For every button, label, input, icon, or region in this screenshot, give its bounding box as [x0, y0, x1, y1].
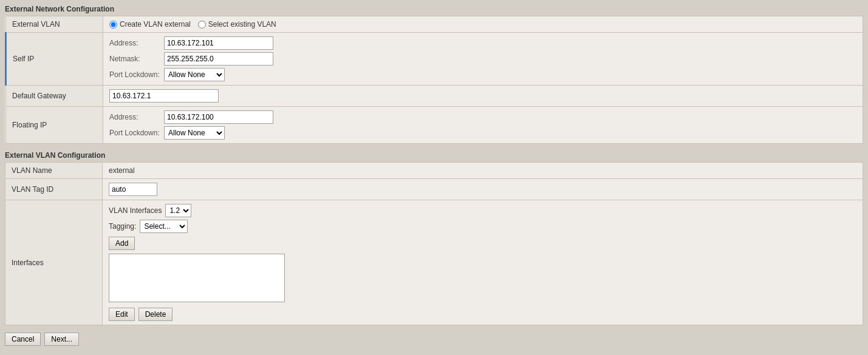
self-ip-label: Self IP [6, 33, 103, 86]
self-ip-netmask-input[interactable] [164, 52, 273, 66]
interfaces-row: Interfaces VLAN Interfaces 1.2 1.1 1.3 T… [5, 200, 863, 325]
vlan-name-row: VLAN Name external [5, 163, 863, 179]
select-vlan-option[interactable]: Select existing VLAN [198, 20, 276, 29]
self-ip-address-input[interactable] [164, 36, 273, 50]
floating-ip-label: Floating IP [6, 107, 103, 144]
port-lockdown-label: Port Lockdown: [109, 70, 164, 79]
self-ip-address-row: Address: [109, 36, 856, 50]
self-ip-port-lockdown-select[interactable]: Allow None Allow Default Allow All Allow… [164, 68, 225, 81]
floating-ip-address-row: Address: [109, 110, 856, 124]
create-vlan-label: Create VLAN external [120, 20, 191, 29]
vlan-interfaces-select[interactable]: 1.2 1.1 1.3 [165, 204, 191, 217]
create-vlan-option[interactable]: Create VLAN external [109, 20, 191, 29]
self-ip-row: Self IP Address: Netmask: Port Lockdown:… [6, 33, 863, 86]
floating-ip-address-input[interactable] [164, 110, 273, 124]
interfaces-fields: VLAN Interfaces 1.2 1.1 1.3 Tagging: Sel… [103, 200, 863, 325]
external-network-table: External VLAN Create VLAN external Selec… [5, 16, 863, 144]
netmask-label: Netmask: [109, 55, 164, 63]
floating-ip-row: Floating IP Address: Port Lockdown: Allo… [6, 107, 863, 144]
vlan-name-label: VLAN Name [5, 163, 103, 179]
external-vlan-options: Create VLAN external Select existing VLA… [103, 16, 863, 33]
vlan-interfaces-label: VLAN Interfaces [109, 206, 162, 215]
external-vlan-table: VLAN Name external VLAN Tag ID Interface… [5, 162, 863, 325]
external-vlan-label: External VLAN [6, 16, 103, 33]
floating-ip-port-lockdown-select[interactable]: Allow None Allow Default Allow All Allow… [164, 126, 225, 140]
bottom-buttons: Cancel Next... [5, 333, 863, 346]
address-label: Address: [109, 39, 164, 47]
floating-port-lockdown-label: Port Lockdown: [109, 129, 164, 137]
self-ip-fields: Address: Netmask: Port Lockdown: Allow N… [103, 33, 863, 86]
self-ip-netmask-row: Netmask: [109, 52, 856, 66]
tagging-label: Tagging: [109, 222, 136, 231]
add-button-row: Add [109, 237, 856, 250]
floating-ip-port-lockdown-row: Port Lockdown: Allow None Allow Default … [109, 126, 856, 140]
add-button[interactable]: Add [109, 237, 135, 250]
external-vlan-row: External VLAN Create VLAN external Selec… [6, 16, 863, 33]
vlan-interfaces-controls: VLAN Interfaces 1.2 1.1 1.3 [109, 204, 856, 217]
default-gateway-field [103, 86, 863, 107]
vlan-tag-id-input[interactable] [109, 183, 157, 196]
default-gateway-row: Default Gateway [6, 86, 863, 107]
vlan-name-value: external [103, 163, 863, 179]
self-ip-port-lockdown-row: Port Lockdown: Allow None Allow Default … [109, 68, 856, 81]
default-gateway-label: Default Gateway [6, 86, 103, 107]
delete-button[interactable]: Delete [138, 308, 173, 321]
external-vlan-config-title: External VLAN Configuration [5, 151, 863, 160]
select-vlan-radio[interactable] [198, 21, 206, 29]
create-vlan-radio[interactable] [109, 21, 117, 29]
next-button[interactable]: Next... [44, 333, 79, 346]
interfaces-textarea-container [109, 254, 856, 304]
external-network-title: External Network Configuration [5, 5, 863, 13]
tagging-select[interactable]: Select... Tagged Untagged [140, 220, 188, 233]
vlan-tag-id-field [103, 179, 863, 200]
interfaces-label: Interfaces [5, 200, 103, 325]
external-network-section: External Network Configuration External … [5, 5, 863, 144]
cancel-button[interactable]: Cancel [5, 333, 41, 346]
floating-address-label: Address: [109, 113, 164, 121]
edit-button[interactable]: Edit [109, 308, 135, 321]
external-vlan-section: External VLAN Configuration VLAN Name ex… [5, 151, 863, 325]
floating-ip-fields: Address: Port Lockdown: Allow None Allow… [103, 107, 863, 144]
default-gateway-input[interactable] [109, 89, 219, 103]
interfaces-textarea[interactable] [109, 254, 285, 302]
vlan-tag-id-label: VLAN Tag ID [5, 179, 103, 200]
edit-delete-buttons: Edit Delete [109, 308, 856, 321]
vlan-tag-id-row: VLAN Tag ID [5, 179, 863, 200]
vlan-radio-group: Create VLAN external Select existing VLA… [109, 20, 856, 29]
tagging-controls: Tagging: Select... Tagged Untagged [109, 220, 856, 233]
select-vlan-label: Select existing VLAN [208, 20, 276, 29]
